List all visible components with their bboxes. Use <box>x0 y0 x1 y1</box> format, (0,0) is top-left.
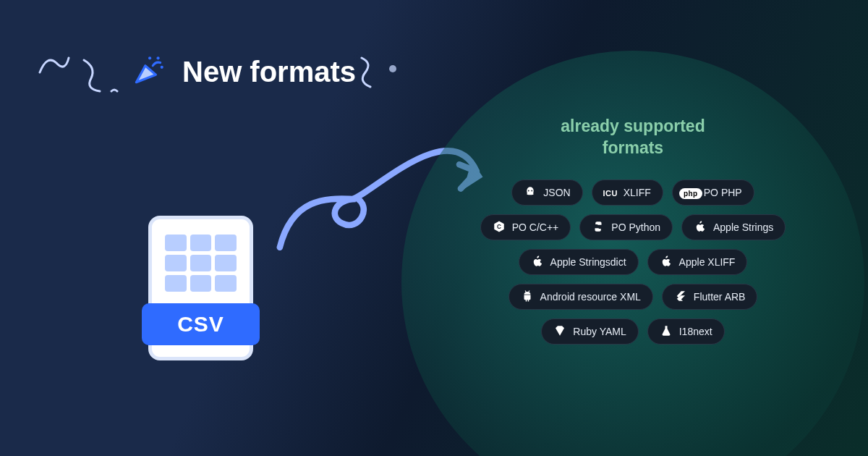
confetti-squiggle <box>36 47 72 80</box>
svg-line-7 <box>525 290 527 292</box>
format-pill-label: I18next <box>679 326 712 337</box>
format-pill-label: JSON <box>543 187 570 198</box>
apple-icon <box>660 256 673 269</box>
header: New formats <box>130 52 356 91</box>
format-pill-flutter-arb: Flutter ARB <box>662 284 758 310</box>
apple-icon <box>694 221 707 234</box>
svg-point-3 <box>528 190 529 191</box>
confetti-dot <box>389 65 396 72</box>
format-pill-apple-stringsdict: Apple Stringsdict <box>519 249 639 275</box>
format-pill-label: Ruby YAML <box>573 326 626 337</box>
pill-row: Apple StringsdictApple XLIFF <box>519 249 748 275</box>
supported-formats-list: JSONICUXLIFFphpPO PHPCPO C/C++PO PythonA… <box>423 180 843 345</box>
confetti-squiggle <box>110 87 119 96</box>
csv-label-badge: CSV <box>142 303 260 345</box>
format-pill-apple-strings: Apple Strings <box>681 214 786 240</box>
format-pill-label: PO C/C++ <box>512 221 559 233</box>
format-pill-json: JSON <box>511 180 582 206</box>
format-pill-label: Apple Strings <box>713 221 773 233</box>
confetti-squiggle <box>78 56 111 96</box>
format-pill-po-python: PO Python <box>579 214 673 240</box>
supported-formats-title: already supported formats <box>401 116 864 159</box>
canvas: New formats CSV already supported format… <box>0 0 868 456</box>
format-pill-xliff: ICUXLIFF <box>592 180 663 206</box>
format-pill-label: Android resource XML <box>540 291 641 303</box>
format-pill-apple-xliff: Apple XLIFF <box>647 249 748 275</box>
blob-icon <box>524 186 537 199</box>
confetti-squiggle <box>354 54 380 90</box>
spreadsheet-icon <box>163 232 239 294</box>
pill-row: Ruby YAMLI18next <box>541 318 724 345</box>
python-icon <box>592 221 605 234</box>
format-pill-i18next: I18next <box>647 318 725 345</box>
format-pill-label: XLIFF <box>624 187 651 198</box>
svg-point-2 <box>161 66 163 69</box>
format-pill-po-php: phpPO PHP <box>672 180 754 206</box>
svg-line-8 <box>528 290 529 292</box>
page-title: New formats <box>182 56 356 88</box>
new-format-csv-card: CSV <box>148 216 253 360</box>
icu-text-icon: ICU <box>604 186 617 199</box>
flask-icon <box>660 325 673 338</box>
svg-point-4 <box>532 190 533 191</box>
pill-row: Android resource XMLFlutter ARB <box>509 284 758 310</box>
ruby-icon <box>553 325 566 338</box>
pill-row: CPO C/C++PO PythonApple Strings <box>480 214 786 240</box>
format-pill-label: PO Python <box>611 221 660 233</box>
format-pill-po-c: CPO C/C++ <box>480 214 571 240</box>
supported-formats-panel: already supported formats JSONICUXLIFFph… <box>401 51 864 456</box>
format-pill-label: Apple Stringsdict <box>550 256 626 268</box>
svg-text:C: C <box>497 224 501 230</box>
hex-c-icon: C <box>493 221 506 234</box>
svg-point-0 <box>156 56 159 59</box>
flutter-icon <box>674 290 687 303</box>
svg-point-1 <box>148 56 151 59</box>
format-pill-label: Flutter ARB <box>694 291 746 303</box>
format-pill-android-xml: Android resource XML <box>509 284 653 310</box>
csv-label: CSV <box>177 312 224 337</box>
php-badge-icon: php <box>684 186 697 199</box>
format-pill-label: Apple XLIFF <box>679 256 736 268</box>
format-pill-ruby-yaml: Ruby YAML <box>541 318 638 345</box>
android-icon <box>521 290 534 303</box>
format-pill-label: PO PHP <box>704 187 742 198</box>
apple-icon <box>531 256 544 269</box>
pill-row: JSONICUXLIFFphpPO PHP <box>511 180 754 206</box>
party-popper-icon <box>130 52 166 91</box>
